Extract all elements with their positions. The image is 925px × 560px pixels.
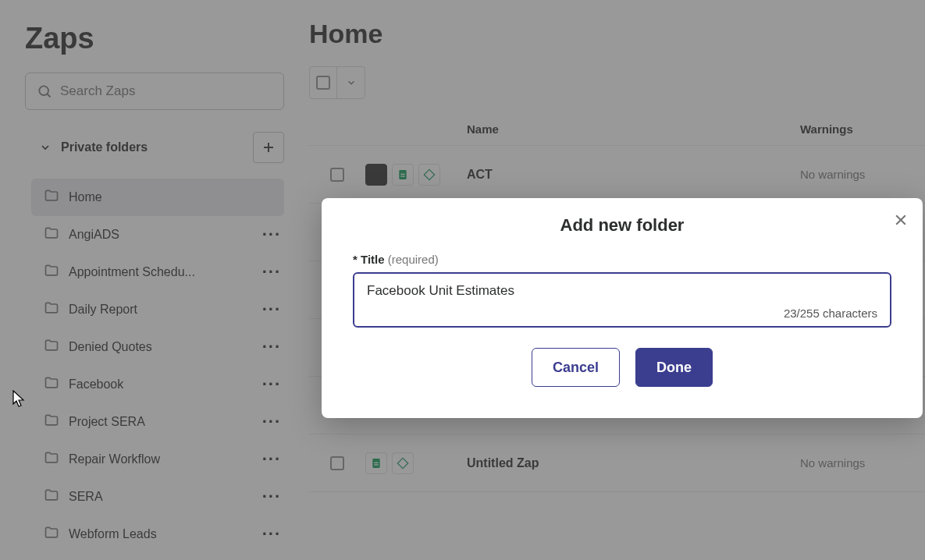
field-label-required: (required) xyxy=(388,253,439,266)
field-label-prefix: * Title xyxy=(353,253,385,266)
add-folder-modal: Add new folder * Title (required) 23/255… xyxy=(322,198,923,418)
close-button[interactable] xyxy=(893,209,909,233)
title-input[interactable] xyxy=(367,283,877,299)
cancel-button[interactable]: Cancel xyxy=(532,348,620,387)
modal-title: Add new folder xyxy=(353,215,891,236)
title-field-wrap[interactable]: 23/255 characters xyxy=(353,272,891,328)
field-label: * Title (required) xyxy=(353,253,891,266)
close-icon xyxy=(893,212,909,228)
modal-overlay: Add new folder * Title (required) 23/255… xyxy=(0,0,925,560)
done-button[interactable]: Done xyxy=(635,348,713,387)
character-count: 23/255 characters xyxy=(367,307,877,320)
modal-actions: Cancel Done xyxy=(353,348,891,387)
